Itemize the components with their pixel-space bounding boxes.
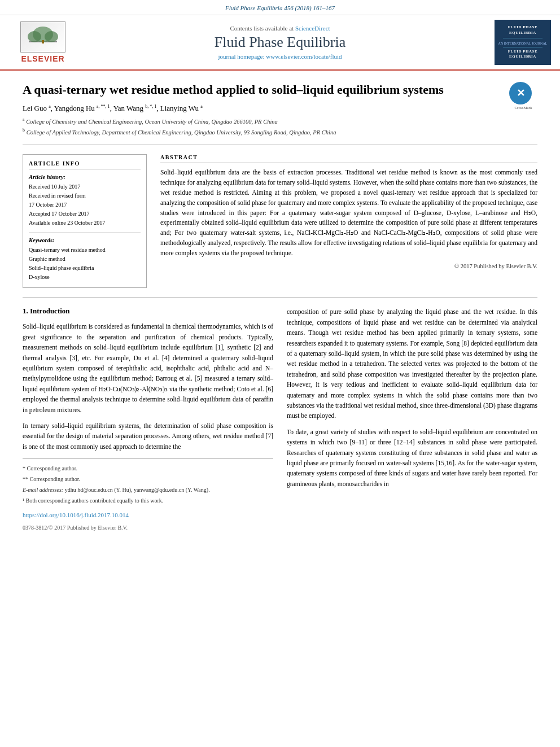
issn-line: 0378-3812/© 2017 Published by Elsevier B… [23, 523, 273, 532]
svg-rect-4 [42, 40, 44, 43]
email-2[interactable]: yanwang@qdu.edu.cn (Y. Wang). [134, 487, 210, 493]
affiliation-b: b College of Applied Technology, Departm… [23, 127, 504, 137]
received-date: Received 10 July 2017 [29, 182, 141, 191]
article-info-box: ARTICLE INFO Article history: Received 1… [23, 154, 147, 288]
email-label: E-mail addresses: [23, 487, 63, 493]
crossmark-icon: ✕ [509, 82, 532, 104]
footnote-email: E-mail addresses: ydhu hd@ouc.edu.cn (Y.… [23, 485, 273, 495]
svg-point-2 [28, 31, 41, 42]
affiliation-a: a College of Chemistry and Chemical Engi… [23, 116, 504, 126]
affiliations: a College of Chemistry and Chemical Engi… [23, 116, 504, 137]
doi-line: https://doi.org/10.1016/j.fluid.2017.10.… [23, 510, 273, 521]
author-4: Lianying Wu a [160, 104, 203, 112]
header-journal-ref-bar: Fluid Phase Equilibria 456 (2018) 161–16… [0, 0, 560, 15]
intro-right-paragraph-2: To date, a great variety of studies with… [287, 427, 537, 489]
intro-heading: 1. Introduction [23, 307, 273, 316]
elsevier-logo-area: ELSEVIER [9, 21, 77, 63]
intro-right: composition of pure solid phase by analy… [287, 307, 537, 532]
article-title: A quasi-ternary wet residue method appli… [23, 82, 504, 98]
keyword-3: Solid–liquid phase equilibria [29, 264, 141, 273]
journal-badge-area: FLUID PHASE EQUILIBRIA AN INTERNATIONAL … [483, 20, 551, 65]
homepage-url[interactable]: www.elsevier.com/locate/fluid [266, 53, 342, 60]
section-divider [23, 297, 537, 298]
header-center: Contents lists available at ScienceDirec… [77, 25, 483, 60]
svg-point-3 [45, 31, 58, 42]
badge-line-2: EQUILIBRIA [509, 30, 536, 36]
elsevier-tree-icon [20, 21, 65, 53]
badge-subtitle: AN INTERNATIONAL JOURNAL [498, 42, 548, 45]
crossmark-label: CrossMark [509, 106, 537, 110]
elsevier-brand-label: ELSEVIER [21, 54, 64, 63]
intro-paragraph-1: Solid–liquid equilibrium is considered a… [23, 321, 273, 415]
journal-badge: FLUID PHASE EQUILIBRIA AN INTERNATIONAL … [495, 20, 551, 65]
page: Fluid Phase Equilibria 456 (2018) 161–16… [0, 0, 560, 747]
copyright-line: © 2017 Published by Elsevier B.V. [160, 263, 537, 269]
email-1[interactable]: ydhu hd@ouc.edu.cn (Y. Hu), [65, 487, 133, 493]
abstract-column: ABSTRACT Solid–liquid equilibrium data a… [160, 154, 537, 288]
info-abstract-row: ARTICLE INFO Article history: Received 1… [23, 154, 537, 288]
badge-line-1: FLUID PHASE [508, 25, 537, 30]
revised-label: Received in revised form [29, 191, 141, 200]
crossmark-area: ✕ CrossMark [509, 82, 537, 110]
keyword-1: Quasi-ternary wet residue method [29, 246, 141, 255]
author-3: Yan Wang b, *, 1 [113, 104, 157, 112]
article-body: A quasi-ternary wet residue method appli… [0, 71, 560, 544]
available-date: Available online 23 October 2017 [29, 219, 141, 228]
keywords-title: Keywords: [29, 237, 141, 243]
doi-link[interactable]: https://doi.org/10.1016/j.fluid.2017.10.… [23, 512, 129, 518]
article-info-column: ARTICLE INFO Article history: Received 1… [23, 154, 147, 288]
article-title-text: A quasi-ternary wet residue method appli… [23, 82, 504, 138]
keyword-4: D-xylose [29, 273, 141, 282]
revised-date: 17 October 2017 [29, 200, 141, 209]
article-title-section: A quasi-ternary wet residue method appli… [23, 82, 537, 145]
intro-right-paragraph-1: composition of pure solid phase by analy… [287, 307, 537, 421]
introduction-section: 1. Introduction Solid–liquid equilibrium… [23, 307, 537, 532]
authors-line: Lei Guo a, Yangdong Hu a, **, 1, Yan Wan… [23, 104, 504, 113]
article-history-title: Article history: [29, 174, 141, 180]
intro-paragraph-2: In ternary solid–liquid equilibrium syst… [23, 421, 273, 452]
accepted-date: Accepted 17 October 2017 [29, 209, 141, 219]
journal-reference: Fluid Phase Equilibria 456 (2018) 161–16… [225, 5, 335, 11]
badge-line-4: EQUILIBRIA [509, 54, 536, 60]
keywords-section: Keywords: Quasi-ternary wet residue meth… [29, 237, 141, 282]
footnote-corresponding-1: * Corresponding author. [23, 464, 273, 473]
badge-line-3: FLUID PHASE [508, 49, 537, 55]
keyword-2: Graphic method [29, 255, 141, 264]
abstract-text: Solid–liquid equilibrium data are the ba… [160, 168, 537, 258]
article-dates: Received 10 July 2017 Received in revise… [29, 182, 141, 233]
footnote-section: * Corresponding author. ** Corresponding… [23, 458, 273, 532]
elsevier-logo: ELSEVIER [9, 21, 77, 63]
footnote-corresponding-2: ** Corresponding author. [23, 474, 273, 484]
sciencedirect-info: Contents lists available at ScienceDirec… [86, 25, 474, 32]
sciencedirect-prefix: Contents lists available at [230, 25, 294, 32]
header-main: ELSEVIER Contents lists available at Sci… [0, 15, 560, 71]
author-2: Yangdong Hu a, **, 1 [54, 104, 110, 112]
intro-left: 1. Introduction Solid–liquid equilibrium… [23, 307, 273, 532]
sciencedirect-link[interactable]: ScienceDirect [295, 25, 330, 32]
journal-title: Fluid Phase Equilibria [86, 34, 474, 51]
journal-homepage: journal homepage: www.elsevier.com/locat… [86, 53, 474, 60]
author-1: Lei Guo a [23, 104, 51, 112]
article-info-heading: ARTICLE INFO [29, 160, 141, 169]
homepage-label: journal homepage: [218, 53, 264, 60]
footnote-1: ¹ Both corresponding authors contributed… [23, 496, 273, 505]
abstract-heading: ABSTRACT [160, 154, 537, 163]
